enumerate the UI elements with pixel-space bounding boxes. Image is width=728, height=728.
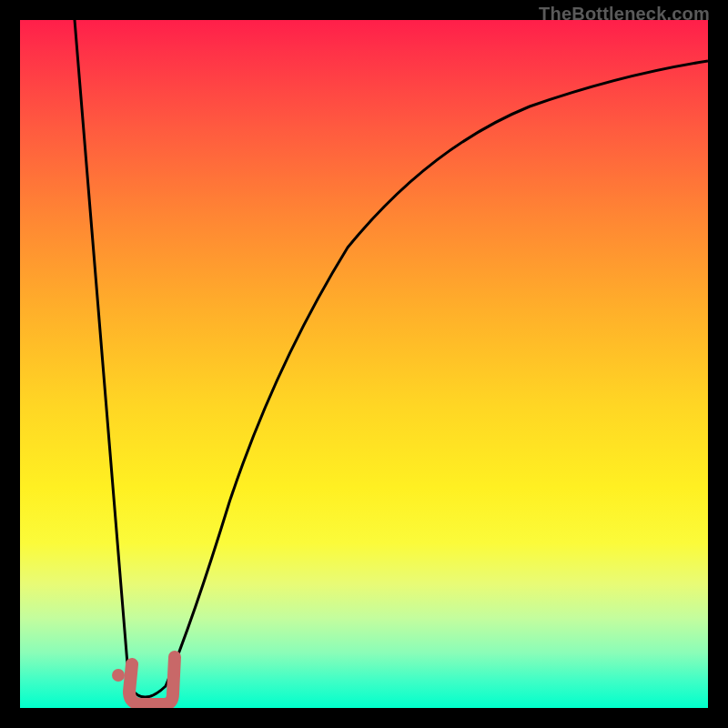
dot-accent xyxy=(112,669,125,682)
j-accent-stroke xyxy=(129,657,175,704)
chart-svg xyxy=(20,20,708,708)
bottleneck-curve xyxy=(75,20,708,697)
watermark-text: TheBottleneck.com xyxy=(539,4,710,25)
chart-frame xyxy=(20,20,708,708)
